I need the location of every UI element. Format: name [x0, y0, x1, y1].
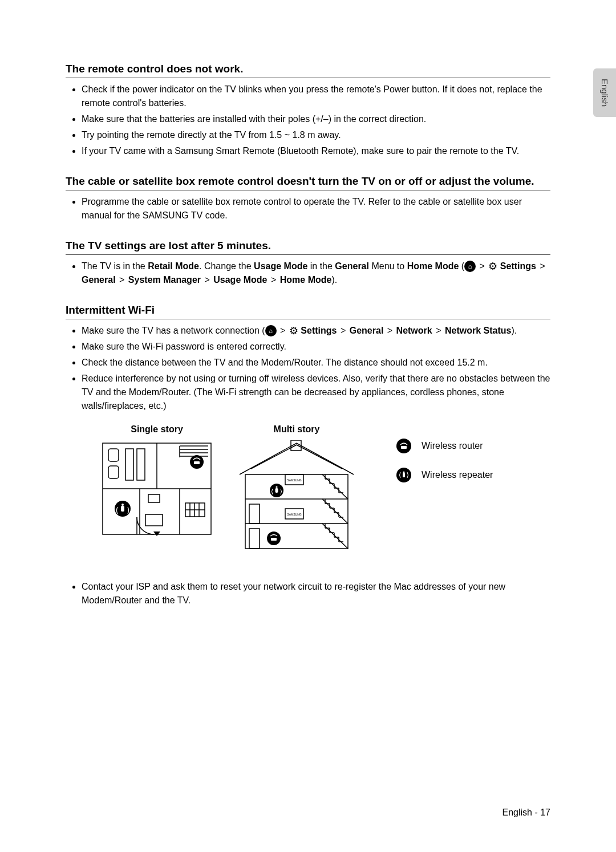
svg-rect-71 [271, 538, 277, 541]
svg-rect-73 [403, 473, 405, 477]
section-title-settings-lost: The TV settings are lost after 5 minutes… [66, 240, 550, 255]
list-item: Check if the power indicator on the TV b… [82, 83, 550, 110]
svg-rect-68 [275, 488, 278, 493]
svg-rect-25 [121, 506, 124, 512]
svg-rect-31 [245, 474, 348, 549]
home-icon: ⌂ [464, 261, 476, 272]
chevron-right-icon: > [435, 324, 442, 338]
list-item: Make sure the Wi-Fi password is entered … [82, 340, 550, 354]
text: ). [331, 275, 337, 285]
section-title-wifi: Intermittent Wi-Fi [66, 304, 550, 319]
chevron-right-icon: > [270, 273, 277, 287]
list-item: If your TV came with a Samsung Smart Rem… [82, 144, 550, 158]
house-svg: SAMSUNG SAMSUNG [237, 440, 356, 554]
bold-text: Network Status [445, 326, 511, 335]
svg-line-28 [251, 445, 297, 469]
home-icon: ⌂ [265, 325, 277, 336]
svg-text:SAMSUNG: SAMSUNG [287, 513, 301, 516]
list-item: Make sure that the batteries are install… [82, 112, 550, 126]
page-footer: English - 17 [502, 808, 551, 818]
legend-label: Wireless repeater [422, 470, 493, 480]
list-item: Reduce interference by not using or turn… [82, 372, 550, 413]
text: . Change the [199, 261, 254, 271]
router-icon [396, 439, 411, 453]
text: ( [459, 261, 464, 271]
list-item: Check the distance between the TV and th… [82, 356, 550, 370]
chevron-right-icon: > [538, 259, 546, 273]
bold-text: Home Mode [407, 261, 459, 271]
chevron-right-icon: > [118, 273, 125, 287]
svg-marker-27 [153, 532, 160, 536]
section-settings-list: The TV is in the Retail Mode. Change the… [66, 259, 550, 287]
section-cable-list: Programme the cable or satellite box rem… [66, 195, 550, 222]
legend-label: Wireless router [422, 441, 483, 451]
svg-rect-62 [249, 504, 260, 524]
svg-rect-11 [108, 466, 119, 478]
list-item: Make sure the TV has a network connectio… [82, 324, 550, 338]
bold-text: Home Mode [280, 275, 332, 285]
svg-rect-10 [108, 449, 119, 461]
svg-rect-20 [148, 494, 160, 502]
svg-line-34 [322, 474, 348, 499]
gear-icon: ⚙ [289, 326, 298, 336]
gear-icon: ⚙ [488, 261, 497, 271]
diagram-single-story: Single story [100, 424, 214, 537]
svg-rect-23 [194, 461, 200, 464]
floorplan-svg [100, 440, 214, 537]
bold-text: Settings [500, 261, 536, 271]
svg-line-52 [322, 524, 348, 549]
svg-line-29 [297, 445, 342, 469]
bold-text: General [335, 261, 369, 271]
legend-row-router: Wireless router [396, 439, 493, 453]
chevron-right-icon: > [386, 324, 394, 338]
list-item: Contact your ISP and ask them to reset y… [82, 580, 550, 607]
text: Menu to [369, 261, 407, 271]
svg-point-26 [121, 504, 124, 506]
svg-text:SAMSUNG: SAMSUNG [287, 478, 301, 482]
repeater-icon [396, 468, 411, 482]
text: in the [307, 261, 335, 271]
svg-line-43 [322, 499, 348, 524]
bold-text: Settings [301, 326, 337, 335]
page-content: The remote control does not work. Check … [0, 0, 616, 638]
list-item: The TV is in the Retail Mode. Change the… [82, 259, 550, 287]
chevron-right-icon: > [203, 273, 210, 287]
bold-text: Retail Mode [148, 261, 199, 271]
chevron-right-icon: > [279, 324, 286, 338]
bold-text: General [350, 326, 384, 335]
diagram-multi-story: Multi story [237, 424, 356, 554]
list-item: Try pointing the remote directly at the … [82, 128, 550, 142]
bold-text: Network [396, 326, 432, 335]
diagram-title: Multi story [274, 424, 320, 435]
chevron-right-icon: > [479, 259, 486, 273]
svg-rect-72 [401, 446, 407, 449]
bold-text: General [82, 275, 116, 285]
svg-rect-13 [137, 449, 145, 480]
section-remote-list: Check if the power indicator on the TV b… [66, 83, 550, 158]
svg-rect-12 [125, 449, 133, 480]
bold-text: Usage Mode [254, 261, 307, 271]
section-title-remote: The remote control does not work. [66, 63, 550, 78]
text: The TV is in the [82, 261, 148, 271]
diagram-title: Single story [131, 424, 183, 435]
section-wifi-list-2: Contact your ISP and ask them to reset y… [66, 580, 550, 607]
svg-point-74 [403, 471, 404, 473]
section-wifi-list: Make sure the TV has a network connectio… [66, 324, 550, 413]
diagram-row: Single story [66, 424, 550, 554]
list-item: Programme the cable or satellite box rem… [82, 195, 550, 222]
diagram-legend: Wireless router Wireless repeater [396, 439, 493, 497]
section-title-cable: The cable or satellite box remote contro… [66, 175, 550, 190]
chevron-right-icon: > [339, 324, 347, 338]
svg-rect-61 [249, 529, 260, 549]
text: ). [511, 326, 517, 335]
bold-text: System Manager [128, 275, 201, 285]
svg-rect-19 [145, 514, 163, 526]
text: Make sure the TV has a network connectio… [82, 326, 265, 335]
legend-row-repeater: Wireless repeater [396, 468, 493, 482]
svg-point-69 [275, 486, 277, 488]
bold-text: Usage Mode [213, 275, 267, 285]
